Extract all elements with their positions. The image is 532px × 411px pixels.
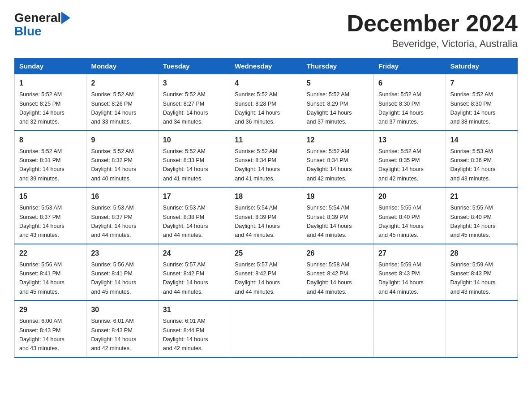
header-monday: Monday xyxy=(86,58,158,74)
day-info: Sunrise: 5:56 AMSunset: 8:41 PMDaylight:… xyxy=(19,261,64,295)
day-info: Sunrise: 5:52 AMSunset: 8:34 PMDaylight:… xyxy=(235,148,280,182)
logo-blue-text: Blue xyxy=(14,24,42,39)
day-number: 11 xyxy=(235,135,297,146)
calendar-cell: 5 Sunrise: 5:52 AMSunset: 8:29 PMDayligh… xyxy=(302,74,373,131)
day-number: 21 xyxy=(450,191,513,202)
page-header: General Blue December 2024 Beveridge, Vi… xyxy=(14,11,518,50)
day-info: Sunrise: 5:55 AMSunset: 8:40 PMDaylight:… xyxy=(378,205,424,238)
calendar-cell: 27 Sunrise: 5:59 AMSunset: 8:43 PMDaylig… xyxy=(374,244,446,301)
day-number: 15 xyxy=(19,191,82,202)
day-info: Sunrise: 5:52 AMSunset: 8:34 PMDaylight:… xyxy=(307,148,352,182)
calendar-cell: 10 Sunrise: 5:52 AMSunset: 8:33 PMDaylig… xyxy=(158,131,230,188)
calendar-body: 1 Sunrise: 5:52 AMSunset: 8:25 PMDayligh… xyxy=(15,74,518,357)
calendar-cell: 6 Sunrise: 5:52 AMSunset: 8:30 PMDayligh… xyxy=(374,74,446,131)
header-row: SundayMondayTuesdayWednesdayThursdayFrid… xyxy=(15,58,518,74)
calendar-cell: 30 Sunrise: 6:01 AMSunset: 8:43 PMDaylig… xyxy=(86,300,158,357)
day-number: 7 xyxy=(450,78,513,89)
calendar-cell: 24 Sunrise: 5:57 AMSunset: 8:42 PMDaylig… xyxy=(158,244,230,301)
title-block: December 2024 Beveridge, Victoria, Austr… xyxy=(347,11,518,50)
week-row-1: 1 Sunrise: 5:52 AMSunset: 8:25 PMDayligh… xyxy=(15,74,518,131)
calendar-cell: 19 Sunrise: 5:54 AMSunset: 8:39 PMDaylig… xyxy=(302,187,373,244)
day-info: Sunrise: 6:00 AMSunset: 8:43 PMDaylight:… xyxy=(19,318,64,351)
calendar-cell: 8 Sunrise: 5:52 AMSunset: 8:31 PMDayligh… xyxy=(15,131,86,188)
day-info: Sunrise: 5:52 AMSunset: 8:30 PMDaylight:… xyxy=(450,91,496,125)
calendar-cell: 1 Sunrise: 5:52 AMSunset: 8:25 PMDayligh… xyxy=(15,74,86,131)
day-info: Sunrise: 5:56 AMSunset: 8:41 PMDaylight:… xyxy=(91,261,136,295)
calendar-table: SundayMondayTuesdayWednesdayThursdayFrid… xyxy=(14,58,518,358)
day-number: 6 xyxy=(378,78,441,89)
calendar-cell: 7 Sunrise: 5:52 AMSunset: 8:30 PMDayligh… xyxy=(446,74,517,131)
week-row-4: 22 Sunrise: 5:56 AMSunset: 8:41 PMDaylig… xyxy=(15,244,518,301)
day-info: Sunrise: 5:53 AMSunset: 8:37 PMDaylight:… xyxy=(91,205,136,238)
day-info: Sunrise: 5:52 AMSunset: 8:27 PMDaylight:… xyxy=(163,91,208,125)
day-number: 22 xyxy=(19,248,82,259)
day-number: 10 xyxy=(163,135,225,146)
header-thursday: Thursday xyxy=(302,58,373,74)
day-number: 2 xyxy=(91,78,153,89)
day-info: Sunrise: 5:59 AMSunset: 8:43 PMDaylight:… xyxy=(378,261,424,295)
calendar-cell xyxy=(374,300,446,357)
day-number: 29 xyxy=(19,304,82,315)
header-tuesday: Tuesday xyxy=(158,58,230,74)
calendar-header: SundayMondayTuesdayWednesdayThursdayFrid… xyxy=(15,58,518,74)
day-info: Sunrise: 5:52 AMSunset: 8:28 PMDaylight:… xyxy=(235,91,280,125)
day-number: 13 xyxy=(378,135,441,146)
day-info: Sunrise: 5:54 AMSunset: 8:39 PMDaylight:… xyxy=(235,205,280,238)
header-saturday: Saturday xyxy=(446,58,517,74)
day-info: Sunrise: 5:53 AMSunset: 8:36 PMDaylight:… xyxy=(450,148,496,182)
calendar-cell: 4 Sunrise: 5:52 AMSunset: 8:28 PMDayligh… xyxy=(230,74,302,131)
calendar-cell: 14 Sunrise: 5:53 AMSunset: 8:36 PMDaylig… xyxy=(446,131,517,188)
calendar-cell: 11 Sunrise: 5:52 AMSunset: 8:34 PMDaylig… xyxy=(230,131,302,188)
day-number: 9 xyxy=(91,135,153,146)
week-row-3: 15 Sunrise: 5:53 AMSunset: 8:37 PMDaylig… xyxy=(15,187,518,244)
calendar-cell: 22 Sunrise: 5:56 AMSunset: 8:41 PMDaylig… xyxy=(15,244,86,301)
day-number: 23 xyxy=(91,248,153,259)
day-info: Sunrise: 5:52 AMSunset: 8:35 PMDaylight:… xyxy=(378,148,424,182)
calendar-cell: 13 Sunrise: 5:52 AMSunset: 8:35 PMDaylig… xyxy=(374,131,446,188)
week-row-2: 8 Sunrise: 5:52 AMSunset: 8:31 PMDayligh… xyxy=(15,131,518,188)
calendar-cell: 31 Sunrise: 6:01 AMSunset: 8:44 PMDaylig… xyxy=(158,300,230,357)
calendar-cell: 26 Sunrise: 5:58 AMSunset: 8:42 PMDaylig… xyxy=(302,244,373,301)
calendar-cell xyxy=(230,300,302,357)
day-number: 4 xyxy=(235,78,297,89)
day-info: Sunrise: 5:58 AMSunset: 8:42 PMDaylight:… xyxy=(307,261,352,295)
logo-general-text: General xyxy=(14,11,61,25)
day-info: Sunrise: 5:59 AMSunset: 8:43 PMDaylight:… xyxy=(450,261,496,295)
day-info: Sunrise: 5:53 AMSunset: 8:37 PMDaylight:… xyxy=(19,205,64,238)
calendar-cell: 17 Sunrise: 5:53 AMSunset: 8:38 PMDaylig… xyxy=(158,187,230,244)
day-number: 18 xyxy=(235,191,297,202)
day-info: Sunrise: 5:53 AMSunset: 8:38 PMDaylight:… xyxy=(163,205,208,238)
day-info: Sunrise: 5:54 AMSunset: 8:39 PMDaylight:… xyxy=(307,205,352,238)
calendar-cell: 20 Sunrise: 5:55 AMSunset: 8:40 PMDaylig… xyxy=(374,187,446,244)
day-info: Sunrise: 5:57 AMSunset: 8:42 PMDaylight:… xyxy=(235,261,280,295)
day-info: Sunrise: 5:52 AMSunset: 8:33 PMDaylight:… xyxy=(163,148,208,182)
day-number: 31 xyxy=(163,304,225,315)
day-number: 3 xyxy=(163,78,225,89)
day-number: 28 xyxy=(450,248,513,259)
day-number: 19 xyxy=(307,191,369,202)
day-number: 20 xyxy=(378,191,441,202)
calendar-cell: 2 Sunrise: 5:52 AMSunset: 8:26 PMDayligh… xyxy=(86,74,158,131)
calendar-cell: 28 Sunrise: 5:59 AMSunset: 8:43 PMDaylig… xyxy=(446,244,517,301)
calendar-cell: 21 Sunrise: 5:55 AMSunset: 8:40 PMDaylig… xyxy=(446,187,517,244)
calendar-cell xyxy=(302,300,373,357)
day-info: Sunrise: 5:52 AMSunset: 8:25 PMDaylight:… xyxy=(19,91,64,125)
day-number: 1 xyxy=(19,78,82,89)
day-number: 5 xyxy=(307,78,369,89)
day-info: Sunrise: 6:01 AMSunset: 8:44 PMDaylight:… xyxy=(163,318,208,351)
calendar-cell: 9 Sunrise: 5:52 AMSunset: 8:32 PMDayligh… xyxy=(86,131,158,188)
calendar-cell: 18 Sunrise: 5:54 AMSunset: 8:39 PMDaylig… xyxy=(230,187,302,244)
header-friday: Friday xyxy=(374,58,446,74)
page-subtitle: Beveridge, Victoria, Australia xyxy=(347,38,518,50)
day-number: 14 xyxy=(450,135,513,146)
calendar-cell: 29 Sunrise: 6:00 AMSunset: 8:43 PMDaylig… xyxy=(15,300,86,357)
header-sunday: Sunday xyxy=(15,58,86,74)
calendar-cell: 15 Sunrise: 5:53 AMSunset: 8:37 PMDaylig… xyxy=(15,187,86,244)
day-number: 16 xyxy=(91,191,153,202)
day-info: Sunrise: 5:52 AMSunset: 8:29 PMDaylight:… xyxy=(307,91,352,125)
day-number: 12 xyxy=(307,135,369,146)
header-wednesday: Wednesday xyxy=(230,58,302,74)
day-number: 27 xyxy=(378,248,441,259)
logo: General Blue xyxy=(14,11,70,39)
day-info: Sunrise: 5:52 AMSunset: 8:32 PMDaylight:… xyxy=(91,148,136,182)
